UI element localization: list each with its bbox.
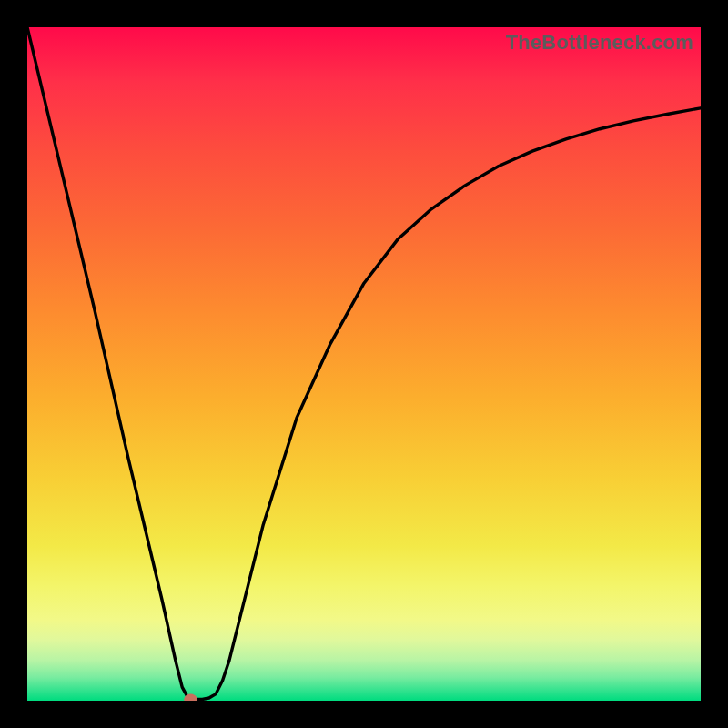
curve-layer xyxy=(27,27,701,701)
plot-area: TheBottleneck.com xyxy=(27,27,701,701)
attribution-label: TheBottleneck.com xyxy=(506,31,693,55)
chart-frame: TheBottleneck.com xyxy=(0,0,728,728)
bottleneck-curve xyxy=(27,27,701,700)
